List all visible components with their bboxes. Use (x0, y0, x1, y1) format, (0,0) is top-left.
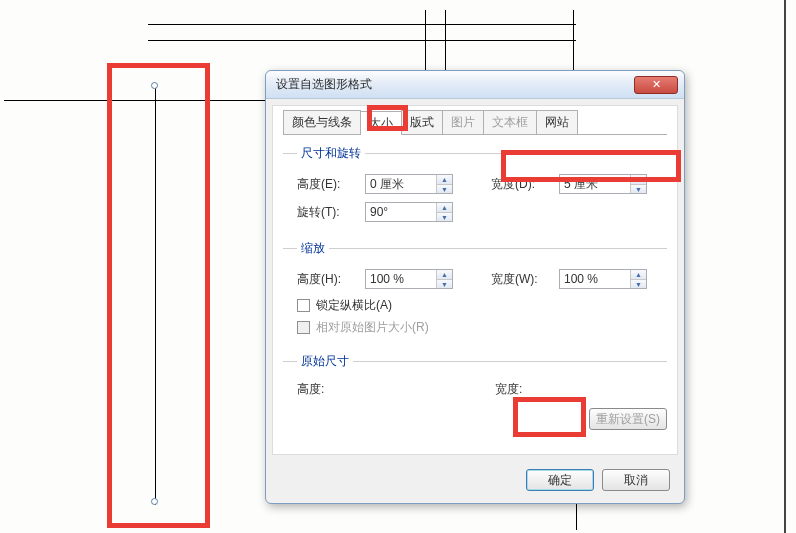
height-value[interactable]: 0 厘米 (366, 176, 436, 193)
cancel-button[interactable]: 取消 (602, 469, 670, 491)
scale-width-value[interactable]: 100 % (560, 272, 630, 286)
legend-size-rotation: 尺寸和旋转 (297, 145, 365, 162)
close-button[interactable]: ✕ (634, 76, 678, 94)
ok-button[interactable]: 确定 (526, 469, 594, 491)
spin-up-icon[interactable]: ▲ (631, 270, 646, 279)
scale-width-spinner[interactable]: 100 % ▲▼ (559, 269, 647, 289)
tab-strip: 颜色与线条 大小 版式 图片 文本框 网站 (283, 110, 667, 135)
scale-height-spinner[interactable]: 100 % ▲▼ (365, 269, 453, 289)
legend-scale: 缩放 (297, 240, 329, 257)
close-icon: ✕ (652, 78, 661, 91)
tab-web[interactable]: 网站 (536, 110, 578, 134)
orig-width-label: 宽度: (495, 381, 563, 398)
tab-textbox: 文本框 (483, 110, 537, 134)
lock-aspect-label: 锁定纵横比(A) (316, 297, 392, 314)
spin-up-icon[interactable]: ▲ (437, 203, 452, 212)
rotation-value[interactable]: 90° (366, 205, 436, 219)
group-original-size: 原始尺寸 高度: 宽度: 重新设置(S) (283, 353, 667, 434)
group-scale: 缩放 高度(H): 100 % ▲▼ 宽度(W): 100 % ▲▼ 锁定纵横比… (283, 240, 667, 343)
height-label: 高度(E): (297, 176, 365, 193)
format-autoshape-dialog: 设置自选图形格式 ✕ 颜色与线条 大小 版式 图片 文本框 网站 尺寸和旋转 高… (265, 70, 685, 504)
scale-height-label: 高度(H): (297, 271, 365, 288)
rotation-label: 旋转(T): (297, 204, 365, 221)
tab-picture: 图片 (442, 110, 484, 134)
spin-down-icon[interactable]: ▼ (437, 184, 452, 193)
dialog-footer: 确定 取消 (266, 461, 684, 503)
height-spinner[interactable]: 0 厘米 ▲▼ (365, 174, 453, 194)
legend-original: 原始尺寸 (297, 353, 353, 370)
reset-button: 重新设置(S) (589, 408, 667, 430)
scale-height-value[interactable]: 100 % (366, 272, 436, 286)
orig-height-label: 高度: (297, 381, 365, 398)
spin-up-icon[interactable]: ▲ (437, 270, 452, 279)
relative-original-checkbox (297, 321, 310, 334)
tab-colors-lines[interactable]: 颜色与线条 (283, 110, 361, 134)
spin-up-icon[interactable]: ▲ (437, 175, 452, 184)
dialog-titlebar[interactable]: 设置自选图形格式 ✕ (266, 71, 684, 99)
spin-down-icon[interactable]: ▼ (437, 212, 452, 221)
scale-width-label: 宽度(W): (491, 271, 559, 288)
spin-down-icon[interactable]: ▼ (631, 184, 646, 193)
lock-aspect-checkbox[interactable] (297, 299, 310, 312)
dialog-title: 设置自选图形格式 (276, 76, 634, 93)
relative-original-label: 相对原始图片大小(R) (316, 319, 429, 336)
spin-down-icon[interactable]: ▼ (631, 279, 646, 288)
spin-down-icon[interactable]: ▼ (437, 279, 452, 288)
rotation-spinner[interactable]: 90° ▲▼ (365, 202, 453, 222)
